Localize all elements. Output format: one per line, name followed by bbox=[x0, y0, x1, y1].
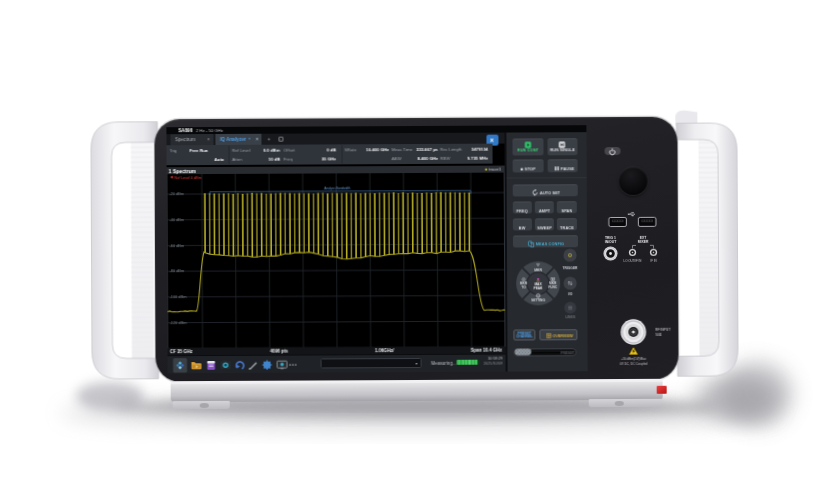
svg-text:MKR: MKR bbox=[534, 268, 542, 272]
svg-text:-80 dBm: -80 dBm bbox=[169, 268, 184, 273]
svg-text:Analysis Bandwidth: Analysis Bandwidth bbox=[324, 186, 350, 190]
svg-text:0V DC, DC Coupled: 0V DC, DC Coupled bbox=[620, 361, 648, 365]
svg-text:OVERVIEW: OVERVIEW bbox=[553, 334, 574, 338]
svg-text:LO OUT/IF IN: LO OUT/IF IN bbox=[624, 259, 642, 263]
svg-text:PEAK: PEAK bbox=[533, 286, 543, 290]
svg-text:IN/OUT: IN/OUT bbox=[605, 240, 617, 244]
svg-text:PAUSE: PAUSE bbox=[560, 166, 574, 171]
svg-text:SETTING: SETTING bbox=[531, 298, 545, 302]
svg-text:MIXER: MIXER bbox=[638, 240, 649, 244]
svg-text:AUTO SET: AUTO SET bbox=[539, 190, 560, 195]
svg-text:Ref Level 0 dBm: Ref Level 0 dBm bbox=[174, 175, 201, 179]
svg-text:-40 dBm: -40 dBm bbox=[169, 217, 184, 222]
svg-text:-20 dBm: -20 dBm bbox=[169, 191, 184, 196]
svg-text:+30 dBm(1W)Max: +30 dBm(1W)Max bbox=[621, 357, 646, 361]
svg-text:TRIGGER: TRIGGER bbox=[562, 265, 578, 269]
svg-text:TO: TO bbox=[521, 285, 526, 289]
svg-text:LINES: LINES bbox=[565, 314, 576, 318]
svg-text:-120 dBm: -120 dBm bbox=[169, 319, 186, 324]
svg-text:IF IN: IF IN bbox=[650, 259, 656, 263]
svg-text:-100 dBm: -100 dBm bbox=[169, 294, 186, 299]
svg-text:I/O: I/O bbox=[568, 291, 573, 295]
svg-text:FUNC: FUNC bbox=[548, 285, 558, 289]
svg-text:50Ω: 50Ω bbox=[655, 332, 662, 336]
svg-text:RF INPUT: RF INPUT bbox=[655, 328, 670, 332]
svg-text:-60 dBm: -60 dBm bbox=[169, 242, 184, 247]
